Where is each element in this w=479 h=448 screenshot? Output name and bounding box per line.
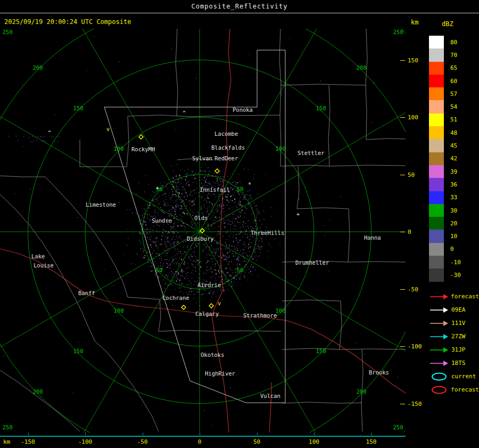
boundary-line <box>176 29 178 116</box>
bottom-axis-tick <box>371 433 372 435</box>
colorbar-entry: 36 <box>429 178 479 191</box>
city-label: RockyMH <box>131 146 155 152</box>
boundary-line <box>297 208 349 209</box>
city-label-layer: PonokaLacombeBlackfaldsRedDeerSylvanRock… <box>31 107 389 399</box>
bottom-axis-label: 100 <box>309 438 319 445</box>
range-ring-label: 100 <box>114 307 124 314</box>
colorbar-entry: 70 <box>429 48 479 61</box>
colorbar-value: 45 <box>450 142 457 149</box>
bottom-axis-tick <box>257 433 258 435</box>
colorbar-title: dBZ <box>442 20 453 28</box>
colorbar-swatch <box>429 48 444 61</box>
station-mark-icon: * <box>248 182 251 188</box>
colorbar-swatch <box>429 113 444 126</box>
legend-item: current <box>429 370 479 383</box>
boundary-line <box>280 165 406 166</box>
range-ring-label: 250 <box>3 424 13 430</box>
right-axis-label: 0 <box>408 229 411 235</box>
radar-site-diamond-icon <box>209 304 213 308</box>
legend-item: 31JP <box>429 343 479 356</box>
colorbar-swatch <box>429 139 444 152</box>
legend-arrow-icon <box>429 305 449 315</box>
station-mark-icon: + <box>296 211 300 217</box>
right-axis-unit: km <box>411 19 418 26</box>
boundary-line <box>128 115 280 117</box>
colorbar-entry: -10 <box>429 256 479 268</box>
colorbar-swatch <box>429 75 444 87</box>
radar-site-diamond-icon <box>139 135 143 139</box>
city-label: Calgary <box>195 311 219 317</box>
bottom-axis-label: -150 <box>21 438 35 445</box>
colorbar-value: -10 <box>450 259 461 266</box>
right-axis-label: -50 <box>408 286 418 293</box>
colorbar-entry: 42 <box>429 152 479 165</box>
range-ring-label: 100 <box>276 307 286 314</box>
colorbar-value: 60 <box>450 78 457 85</box>
timestamp: 2025/09/19 20:00:24 UTC Composite <box>4 18 131 26</box>
legend-label: 31JP <box>451 346 466 353</box>
colorbar-entry: 65 <box>429 62 479 75</box>
bottom-axis-line <box>0 436 406 437</box>
highway-line <box>212 315 406 393</box>
radar-map[interactable]: 5010015020025050100150200250501001502002… <box>0 29 406 433</box>
window-title: Composite_Reflectivity <box>192 3 288 10</box>
right-axis-tick <box>400 175 405 175</box>
colorbar-value: 54 <box>450 103 457 110</box>
legend-item: 27ZW <box>429 330 479 343</box>
bottom-axis-label: 50 <box>253 438 260 445</box>
legend-item: 09EA <box>429 303 479 316</box>
city-label: Hanna <box>364 234 381 241</box>
colorbar-swatch <box>429 87 444 100</box>
boundary-line <box>340 301 342 349</box>
colorbar-swatch <box>429 178 444 191</box>
colorbar-swatch <box>429 165 444 178</box>
right-axis-label: 100 <box>408 114 418 121</box>
legend-label: forecast <box>451 293 479 300</box>
right-axis-label: 50 <box>408 172 415 178</box>
boundary-line <box>328 85 330 166</box>
colorbar-value: 30 <box>450 207 457 214</box>
city-label: Sundre <box>152 217 172 224</box>
bottom-axis-tick <box>143 433 143 435</box>
legend-label: 18TS <box>451 360 466 366</box>
legend-ellipse-icon <box>429 385 449 395</box>
colorbar-entry: 33 <box>429 191 479 204</box>
city-label: Sylvan <box>192 155 212 161</box>
colorbar-swatch <box>429 256 444 268</box>
legend-arrow-icon <box>429 318 449 329</box>
legend-label: current <box>451 373 476 380</box>
colorbar-swatch <box>429 243 444 256</box>
range-ring-label: 100 <box>114 145 124 152</box>
range-ring-label: 250 <box>393 29 403 35</box>
range-ring-label: 50 <box>237 186 244 192</box>
colorbar-value: 65 <box>450 64 457 71</box>
city-label: Strathmore <box>243 312 277 319</box>
colorbar-entry: 48 <box>429 126 479 139</box>
city-label: HighRiver <box>205 370 235 377</box>
colorbar-entry: 45 <box>429 139 479 152</box>
colorbar-value: 57 <box>450 91 457 97</box>
range-ring-label: 200 <box>357 64 367 71</box>
range-ring-label: 150 <box>316 348 326 354</box>
city-label: RedDeer <box>214 155 238 161</box>
range-ring-label: 200 <box>357 388 367 395</box>
colorbar-entry: -30 <box>429 268 479 281</box>
city-label: Drumheller <box>295 259 329 266</box>
legend-ellipse-icon <box>429 371 449 382</box>
right-axis-tick <box>400 60 405 61</box>
marker-layer: vv+*^^+ <box>48 110 300 309</box>
right-axis-label: -150 <box>408 401 422 408</box>
right-axis-tick <box>400 232 405 232</box>
bottom-axis-tick <box>85 433 86 435</box>
colorbar-swatch <box>429 268 444 281</box>
colorbar-swatch <box>429 100 444 113</box>
boundary-line <box>128 297 160 299</box>
boundary-line <box>159 299 161 331</box>
legend-item: forecast <box>429 290 479 303</box>
city-label: Banff <box>78 290 95 296</box>
colorbar-swatch <box>429 191 444 204</box>
colorbar-value: 70 <box>450 52 457 59</box>
colorbar-swatch <box>429 62 444 75</box>
road-layer <box>0 29 406 433</box>
range-ring <box>0 29 406 433</box>
